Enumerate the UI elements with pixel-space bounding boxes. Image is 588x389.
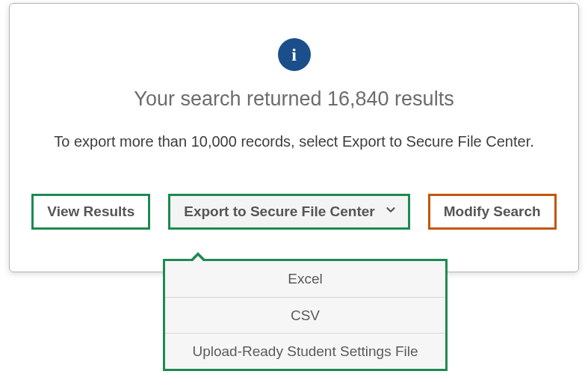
- export-secure-file-center-button[interactable]: Export to Secure File Center: [168, 194, 410, 230]
- results-subline: To export more than 10,000 records, sele…: [10, 133, 578, 150]
- export-dropdown-menu: Excel CSV Upload-Ready Student Settings …: [163, 259, 448, 371]
- export-option-label: CSV: [291, 307, 320, 324]
- view-results-label: View Results: [47, 203, 134, 220]
- export-option-label: Excel: [288, 271, 322, 287]
- export-label: Export to Secure File Center: [184, 203, 375, 220]
- info-icon: i: [278, 38, 311, 71]
- chevron-down-icon: [384, 203, 397, 221]
- export-option-excel[interactable]: Excel: [165, 261, 445, 297]
- export-option-csv[interactable]: CSV: [165, 297, 445, 333]
- results-dialog: i Your search returned 16,840 results To…: [9, 3, 579, 272]
- action-button-row: View Results Export to Secure File Cente…: [10, 194, 578, 230]
- export-option-upload-ready[interactable]: Upload-Ready Student Settings File: [165, 333, 445, 369]
- view-results-button[interactable]: View Results: [31, 194, 150, 230]
- export-option-label: Upload-Ready Student Settings File: [192, 343, 418, 360]
- modify-search-label: Modify Search: [444, 203, 541, 220]
- info-icon-glyph: i: [291, 46, 297, 64]
- modify-search-button[interactable]: Modify Search: [428, 194, 557, 230]
- results-headline: Your search returned 16,840 results: [10, 88, 578, 111]
